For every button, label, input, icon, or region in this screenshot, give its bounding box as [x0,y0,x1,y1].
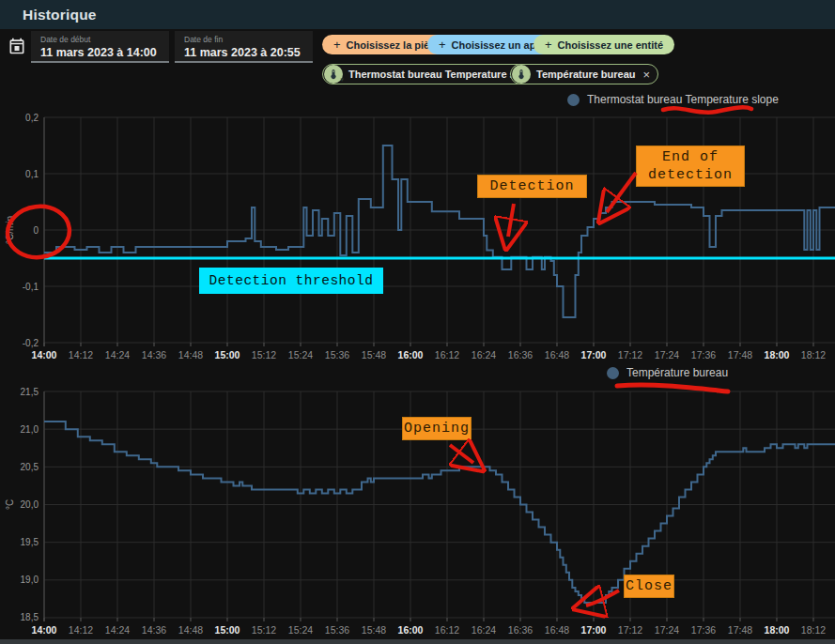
x-tick-label: 15:12 [252,624,276,636]
y-tick-label: -0,2 [23,338,39,348]
y-tick-label: 19,0 [21,575,39,585]
legend-label: Thermostat bureau Temperature slope [587,93,779,106]
x-tick-label: 17:12 [618,349,642,360]
y-tick-label: -0,1 [23,282,39,292]
legend-temperature[interactable]: Température bureau [607,366,728,379]
annotation-opening: Opening [402,417,472,440]
x-tick-label: 17:12 [618,624,642,636]
legend-dot [567,94,580,106]
calendar-icon[interactable] [8,37,26,55]
x-tick-label: 16:24 [472,624,496,636]
annotation-end-line2: detection [648,166,733,184]
x-tick-label: 15:48 [362,624,386,636]
x-tick-label: 16:12 [435,349,459,360]
x-tick-label: 17:00 [581,349,607,360]
y-tick-label: 21,5 [21,387,39,397]
thermometer-icon: ▾ [324,65,343,84]
y-axis-title: °C/min [5,216,15,244]
x-tick-label: 14:24 [105,349,130,360]
plus-icon: + [333,38,341,52]
y-axis-title: °C [5,499,15,510]
y-tick-label: 21,0 [21,424,39,435]
x-tick-label: 15:12 [252,349,276,360]
page-title: Historique [23,7,97,23]
x-tick-label: 15:36 [325,349,349,360]
x-tick-label: 14:48 [178,349,203,360]
choose-entity-button[interactable]: + Choisissez une entité [533,35,674,54]
y-tick-label: 0 [33,225,39,236]
y-tick-label: 20,5 [21,462,39,472]
x-tick-label: 18:12 [801,624,826,636]
app-header: Historique [0,0,835,29]
date-start-label: Date de début [40,35,169,44]
x-tick-label: 18:00 [765,624,790,636]
plus-icon: + [545,38,552,52]
x-tick-label: 14:00 [32,624,57,636]
x-tick-label: 16:36 [508,349,533,360]
close-icon[interactable]: × [643,68,651,82]
x-tick-label: 15:24 [288,624,313,636]
x-tick-label: 16:48 [545,349,569,360]
x-tick-label: 14:48 [178,624,203,636]
temperature-slope-chart[interactable]: 0,20,10-0,1-0,214:0014:1214:2414:3614:48… [0,89,835,361]
x-tick-label: 14:12 [69,349,93,360]
x-tick-label: 15:48 [362,349,386,360]
y-tick-label: 0,1 [25,169,39,179]
y-tick-label: 20,0 [21,499,39,510]
x-tick-label: 14:00 [32,349,57,360]
x-tick-label: 18:12 [801,349,826,360]
x-tick-label: 15:00 [215,349,240,360]
x-tick-label: 17:48 [728,624,752,636]
bottom-scroll-strip[interactable] [0,639,835,644]
date-start-value: 11 mars 2023 à 14:00 [40,46,169,59]
x-tick-label: 14:36 [142,624,166,636]
annotation-end-line1: End of [662,148,719,166]
x-tick-label: 17:24 [655,349,679,360]
x-tick-label: 17:36 [691,349,716,360]
x-tick-label: 17:36 [691,624,716,636]
x-tick-label: 16:24 [472,349,496,360]
chip-label: Température bureau [536,69,636,80]
date-end-value: 11 mars 2023 à 20:55 [184,46,313,59]
x-tick-label: 14:12 [69,624,93,636]
chip-label: Thermostat bureau Temperature slope [348,69,536,80]
x-tick-label: 16:48 [545,624,569,636]
x-tick-label: 15:00 [215,624,240,636]
x-tick-label: 15:36 [325,624,349,636]
plus-icon: + [439,38,446,52]
annotation-detection: Detection [477,175,587,198]
choose-entity-label: Choisissez une entité [558,39,663,51]
x-tick-label: 18:00 [765,349,790,360]
date-end-label: Date de fin [184,35,313,44]
x-tick-label: 16:00 [398,624,424,636]
x-tick-label: 16:12 [435,624,459,636]
x-tick-label: 14:24 [105,624,130,636]
y-tick-label: 19,5 [21,537,39,547]
thermometer-icon [512,65,531,84]
x-tick-label: 17:00 [581,624,607,636]
x-tick-label: 17:48 [728,349,752,360]
legend-temperature-slope[interactable]: Thermostat bureau Temperature slope [567,93,779,106]
date-end-field[interactable]: Date de fin 11 mars 2023 à 20:55 [175,31,313,63]
x-tick-label: 16:00 [398,349,424,360]
chevron-down-icon: ▾ [340,76,344,83]
x-tick-label: 15:24 [288,349,313,360]
legend-label: Température bureau [626,366,728,379]
x-tick-label: 17:24 [655,624,679,636]
annotation-detection-threshold: Detection threshold [199,268,383,294]
annotation-end-of-detection: End of detection [636,146,745,187]
date-start-field[interactable]: Date de début 11 mars 2023 à 14:00 [31,31,169,63]
y-tick-label: 18,5 [21,612,39,622]
entity-chip-temperature[interactable]: Température bureau × [510,64,658,84]
x-tick-label: 14:36 [142,349,166,360]
legend-dot [607,367,619,379]
temperature-chart[interactable]: 21,521,020,520,019,519,018,514:0014:1214… [0,361,835,639]
series-line[interactable] [44,422,835,603]
x-tick-label: 16:36 [508,624,533,636]
y-tick-label: 0,2 [25,113,39,123]
annotation-close: Close [624,575,674,598]
